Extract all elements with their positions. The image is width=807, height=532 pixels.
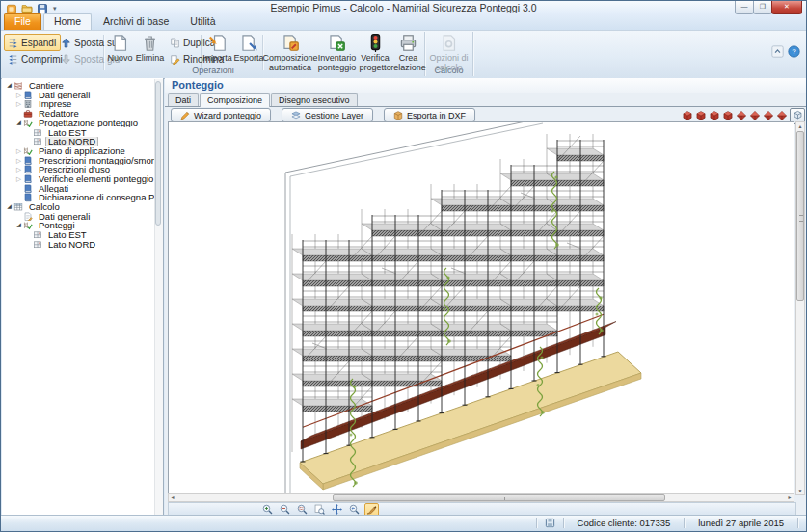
collapse-ribbon-icon[interactable]: [771, 45, 784, 58]
tree-item-cantiere[interactable]: ◢Cantiere: [2, 81, 163, 91]
site-icon: [13, 81, 23, 91]
view-orientation-5-diamond-cube-icon[interactable]: [737, 111, 746, 120]
view-orientation-1-iso-cube-icon[interactable]: [683, 111, 692, 120]
horizontal-scrollbar-thumb[interactable]: [333, 494, 665, 501]
tab-archivi-di-base[interactable]: Archivi di base: [94, 14, 178, 30]
expand-arrow-icon[interactable]: ▷: [14, 165, 23, 174]
horizontal-scrollbar[interactable]: ◄ ►: [168, 493, 794, 502]
canvas-buttons: Wizard ponteggioGestione LayerEsporta in…: [171, 108, 475, 122]
tree-scrollbar-thumb[interactable]: [155, 81, 161, 226]
tree-item-dati-generali[interactable]: ▷Dati generali: [2, 91, 163, 100]
espandi-button[interactable]: Espandi: [4, 34, 61, 51]
scaffold-isometric-drawing: [169, 122, 794, 494]
tab-utilit-[interactable]: Utilità: [180, 14, 225, 30]
tree-item-ponteggi[interactable]: ◢Ponteggi: [2, 221, 163, 230]
esporta-in-dxf-button[interactable]: Esporta in DXF: [384, 108, 475, 122]
scroll-left-arrow[interactable]: ◄: [169, 494, 176, 501]
tree-item-prescrizioni-montaggio-smontaggio[interactable]: ▷Prescrizioni montaggio/smontaggio: [2, 156, 163, 166]
tree-item-prescrizioni-d-uso[interactable]: ▷Prescrizioni d'uso: [2, 165, 163, 174]
collapse-tree-icon: [8, 54, 18, 65]
collapse-arrow-icon[interactable]: ◢: [5, 81, 13, 91]
tree-scrollbar[interactable]: [154, 79, 163, 515]
tree-item-label: Prescrizioni montaggio/smontaggio: [36, 156, 163, 166]
opzioni-di-calcolo-button[interactable]: Opzioni di calcolo: [428, 32, 470, 75]
gestione-layer-button[interactable]: Gestione Layer: [282, 108, 373, 122]
tree-item-piano-di-applicazione[interactable]: ▷Piano di applicazione: [2, 146, 163, 156]
scroll-down-arrow[interactable]: ▼: [796, 487, 804, 494]
book-icon: [23, 184, 33, 194]
expand-arrow-icon[interactable]: ▷: [14, 146, 23, 156]
collapse-arrow-icon[interactable]: ◢: [14, 119, 23, 128]
tree-item-dati-generali[interactable]: Dati generali: [2, 212, 163, 222]
tree-item-label: Prescrizioni d'uso: [36, 165, 113, 174]
window-controls: — ❐ ✕: [736, 1, 802, 14]
wizard-ponteggio-button[interactable]: Wizard ponteggio: [171, 108, 271, 122]
iso-cube-icon: [696, 111, 706, 120]
tree-item-lato-est[interactable]: Lato EST: [2, 230, 163, 240]
comprimi-button[interactable]: Comprimi: [4, 50, 61, 67]
tab-home[interactable]: Home: [43, 13, 92, 30]
view-orientation-8-diamond-cube-icon[interactable]: [777, 111, 787, 120]
expand-arrow-icon[interactable]: ▷: [14, 156, 23, 166]
move-down-icon: [61, 54, 71, 65]
diamond-cube-icon: [750, 111, 760, 120]
tree-item-progettazione-ponteggio[interactable]: ◢Progettazione ponteggio: [2, 119, 163, 128]
tree-item-lato-nord[interactable]: Lato NORD: [2, 240, 163, 250]
expand-arrow-icon[interactable]: ▷: [14, 174, 23, 184]
elimina-button[interactable]: Elimina: [136, 32, 164, 75]
scroll-right-arrow[interactable]: ►: [786, 494, 794, 501]
book-icon: [23, 91, 33, 100]
move-up-icon: [61, 38, 71, 48]
view-orientation-7-diamond-cube-icon[interactable]: [764, 111, 773, 120]
expand-tree-icon: [8, 38, 18, 48]
tree-item-lato-nord[interactable]: Lato NORD: [2, 137, 163, 146]
frame-icon: [33, 128, 42, 138]
tab-composizione[interactable]: Composizione: [200, 93, 270, 107]
vertical-scrollbar[interactable]: ▲ ▼: [795, 121, 805, 495]
collapse-arrow-icon[interactable]: ◢: [5, 202, 13, 212]
table-icon: [13, 202, 23, 212]
tree-item-calcolo[interactable]: ◢Calcolo: [2, 202, 163, 212]
tree-item-imprese[interactable]: ▷Imprese: [2, 99, 163, 109]
vertical-scrollbar-thumb[interactable]: [796, 131, 804, 301]
maximize-button[interactable]: ❐: [753, 1, 772, 14]
tab-dati[interactable]: Dati: [168, 93, 199, 106]
scroll-up-arrow[interactable]: ▲: [796, 122, 804, 130]
tree-item-allegati[interactable]: Allegati: [2, 184, 163, 194]
expand-arrow-icon[interactable]: ▷: [14, 91, 23, 100]
frame-icon: [33, 240, 42, 250]
minimize-button[interactable]: —: [735, 1, 754, 14]
view-orientation-2-iso-cube-icon[interactable]: [696, 111, 706, 120]
expand-arrow-icon[interactable]: ▷: [14, 99, 23, 109]
pan-icon: [332, 504, 342, 515]
import-icon: [208, 34, 227, 52]
esporta-button[interactable]: Esporta: [234, 32, 263, 75]
view-orientation-3-iso-cube-icon[interactable]: [710, 111, 719, 120]
tree-item-dichiarazione-di-consegna-pimus[interactable]: Dichiarazione di consegna PiMUS: [2, 193, 163, 202]
view-orientation-4-iso-cube-icon[interactable]: [723, 111, 733, 120]
sposta-su-button[interactable]: Sposta su: [57, 34, 110, 51]
design-icon: [23, 146, 33, 156]
importa-button[interactable]: Importa: [202, 32, 232, 75]
help-icon[interactable]: ?: [788, 45, 800, 58]
tree-item-redattore[interactable]: Redattore: [2, 109, 163, 119]
crea-relazione-button[interactable]: Crea relazione: [392, 32, 424, 75]
tree-item-lato-est[interactable]: Lato EST: [2, 127, 163, 137]
collapse-arrow-icon[interactable]: ◢: [14, 221, 23, 230]
dxf-icon: [393, 111, 403, 120]
tab-file[interactable]: File: [4, 13, 41, 30]
drawing-canvas[interactable]: [168, 121, 794, 495]
view-orientation-6-diamond-cube-icon[interactable]: [750, 111, 760, 120]
tab-disegno-esecutivo[interactable]: Disegno esecutivo: [271, 93, 358, 106]
verifica-progetto-button[interactable]: Verifica progetto: [359, 32, 391, 75]
inventario-ponteggio-button[interactable]: Inventario ponteggio: [317, 32, 357, 75]
sposta-gi--button[interactable]: Sposta giù: [57, 50, 110, 67]
zoom-window-icon: [297, 504, 308, 515]
book-icon: [23, 193, 33, 202]
tree-item-verifiche-elementi-ponteggio[interactable]: ▷Verifiche elementi ponteggio: [2, 174, 163, 184]
quick-access-caret[interactable]: ▾: [51, 5, 57, 13]
zoom-extents-icon: [314, 504, 325, 515]
close-button[interactable]: ✕: [771, 1, 802, 14]
nuovo-button[interactable]: Nuovo: [106, 32, 134, 75]
composizione-automatica-button[interactable]: Composizione automatica: [265, 32, 315, 75]
